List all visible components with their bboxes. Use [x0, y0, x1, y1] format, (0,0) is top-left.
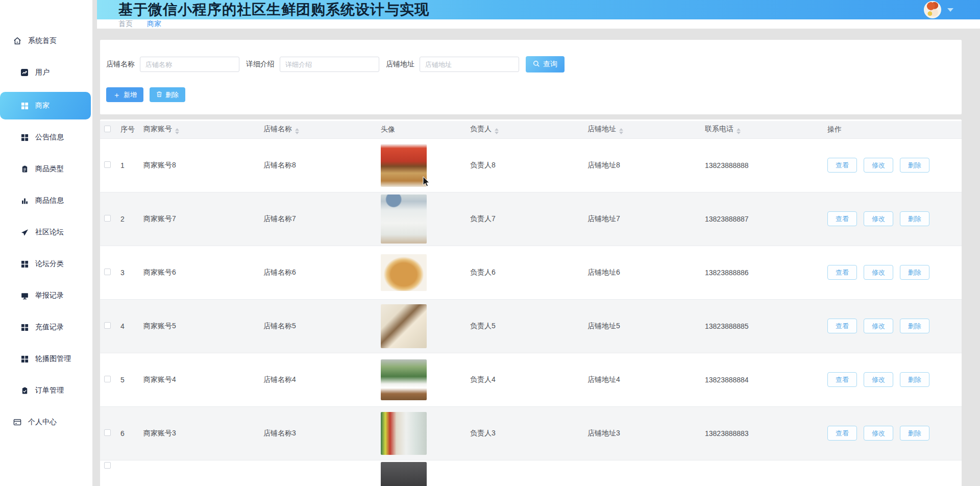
grid-icon: [20, 323, 29, 331]
sidebar-item-label: 社区论坛: [35, 228, 64, 237]
delete-button[interactable]: 删除: [900, 372, 929, 387]
shop-name-input[interactable]: [140, 57, 239, 72]
edit-button[interactable]: 修改: [864, 372, 893, 387]
sort-icon[interactable]: [295, 128, 299, 134]
sidebar-item-label: 订单管理: [35, 386, 64, 395]
col-header-shop-name[interactable]: 店铺名称: [263, 121, 381, 138]
page-title: 基于微信小程序的社区生鲜团购系统设计与实现: [118, 0, 924, 19]
sort-icon[interactable]: [175, 128, 179, 134]
clipboard-icon: [20, 165, 29, 173]
sidebar-item-users[interactable]: 用户: [0, 60, 92, 85]
main-area: 基于微信小程序的社区生鲜团购系统设计与实现 首页 商家 店铺名称 详细介绍: [97, 0, 980, 486]
user-menu[interactable]: [924, 1, 953, 18]
sidebar-item-label: 论坛分类: [35, 259, 64, 269]
delete-button[interactable]: 删除: [900, 158, 929, 173]
row-checkbox[interactable]: [104, 462, 111, 469]
col-header-index: 序号: [120, 121, 143, 138]
sidebar-item-carousel-management[interactable]: 轮播图管理: [0, 347, 92, 371]
field-label: 店铺名称: [106, 60, 135, 69]
field-label: 店铺地址: [386, 60, 414, 69]
user-avatar[interactable]: [924, 1, 941, 18]
view-button[interactable]: 查看: [827, 265, 857, 280]
sidebar-item-personal-center[interactable]: 个人中心: [0, 410, 92, 434]
delete-button[interactable]: 删除: [900, 265, 929, 280]
sidebar-item-label: 公告信息: [35, 133, 64, 142]
row-checkbox[interactable]: [104, 161, 111, 168]
sidebar-item-community-forum[interactable]: 社区论坛: [0, 220, 92, 245]
breadcrumb: 首页 商家: [97, 19, 980, 29]
view-button[interactable]: 查看: [827, 211, 857, 226]
sidebar-item-label: 个人中心: [28, 418, 57, 427]
sidebar-item-label: 充值记录: [35, 323, 64, 332]
delete-button[interactable]: 删除: [900, 319, 929, 333]
select-all-checkbox[interactable]: [104, 126, 111, 132]
merchant-avatar-image: [381, 359, 427, 400]
cell-phone: 13823888886: [705, 246, 827, 299]
shop-address-input[interactable]: [420, 57, 519, 72]
col-header-account[interactable]: 商家账号: [143, 121, 263, 138]
breadcrumb-current[interactable]: 商家: [147, 19, 161, 29]
row-checkbox[interactable]: [104, 269, 111, 275]
cell-manager: 负责人5: [470, 299, 587, 353]
col-header-manager[interactable]: 负责人: [470, 121, 587, 138]
edit-button[interactable]: 修改: [864, 426, 893, 441]
row-checkbox[interactable]: [104, 429, 111, 436]
sidebar-item-product-info[interactable]: 商品信息: [0, 188, 92, 213]
search-icon: [533, 60, 540, 69]
sort-icon[interactable]: [619, 128, 623, 134]
sidebar-item-forum-categories[interactable]: 论坛分类: [0, 252, 92, 276]
view-button[interactable]: 查看: [827, 319, 857, 333]
cell-index: 3: [120, 246, 143, 299]
merchant-avatar-image: [381, 144, 427, 187]
description-input[interactable]: [280, 57, 379, 72]
view-button[interactable]: 查看: [827, 372, 857, 387]
sidebar-item-recharge-records[interactable]: 充值记录: [0, 315, 92, 339]
cell-phone: 13823888888: [705, 138, 827, 192]
row-checkbox[interactable]: [104, 376, 111, 382]
cell-account: 商家账号6: [143, 246, 263, 299]
delete-button[interactable]: 删除: [900, 426, 929, 441]
row-checkbox[interactable]: [104, 322, 111, 329]
sort-icon[interactable]: [737, 128, 741, 134]
sidebar-item-report-records[interactable]: 举报记录: [0, 283, 92, 308]
batch-delete-button[interactable]: 删除: [150, 87, 185, 102]
sidebar-item-merchants[interactable]: 商家: [0, 92, 91, 119]
search-panel: 店铺名称 详细介绍 店铺地址 查询: [100, 40, 962, 114]
table-row: 6 商家账号3 店铺名称3 负责人3 店铺地址3 13823888883 查看 …: [100, 406, 962, 460]
sidebar-item-announcements[interactable]: 公告信息: [0, 125, 92, 150]
edit-button[interactable]: 修改: [864, 319, 893, 333]
add-button[interactable]: ＋ 新增: [106, 87, 143, 102]
sort-icon[interactable]: [495, 128, 499, 134]
cell-index: [120, 460, 143, 486]
field-shop-name: 店铺名称: [106, 57, 239, 72]
cell-address: 店铺地址6: [587, 246, 705, 299]
edit-button[interactable]: 修改: [864, 211, 893, 226]
delete-button[interactable]: 删除: [900, 211, 929, 226]
sidebar-item-label: 商家: [35, 101, 50, 110]
query-button[interactable]: 查询: [526, 56, 565, 72]
sidebar-item-label: 商品信息: [35, 196, 64, 205]
sidebar-item-order-management[interactable]: 订单管理: [0, 378, 92, 403]
view-button[interactable]: 查看: [827, 426, 857, 441]
sidebar-item-product-types[interactable]: 商品类型: [0, 157, 92, 181]
content-area: 店铺名称 详细介绍 店铺地址 查询: [97, 29, 980, 486]
edit-button[interactable]: 修改: [864, 158, 893, 173]
sidebar: 系统首页 用户 商家 公告信息 商品类型: [0, 0, 92, 486]
cell-phone: [705, 460, 827, 486]
col-header-phone[interactable]: 联系电话: [705, 121, 827, 138]
grid-icon: [20, 133, 29, 141]
table-header-row: 序号 商家账号 店铺名称 头像 负责人 店铺地址 联系电话 操作: [100, 121, 962, 138]
edit-button[interactable]: 修改: [864, 265, 893, 280]
cell-address: 店铺地址5: [587, 299, 705, 353]
cell-manager: 负责人8: [470, 138, 587, 192]
breadcrumb-home[interactable]: 首页: [118, 19, 133, 29]
row-checkbox[interactable]: [104, 215, 111, 222]
chevron-down-icon[interactable]: [947, 8, 953, 12]
sidebar-item-system-home[interactable]: 系统首页: [0, 29, 92, 53]
table-row: 1 商家账号8 店铺名称8 负责人8 店铺地址8 13823888888 查看 …: [100, 138, 962, 192]
cell-manager: 负责人6: [470, 246, 587, 299]
cell-phone: 13823888887: [705, 192, 827, 246]
col-header-address[interactable]: 店铺地址: [587, 121, 705, 138]
cell-shop-name: 店铺名称6: [263, 246, 381, 299]
view-button[interactable]: 查看: [827, 158, 857, 173]
